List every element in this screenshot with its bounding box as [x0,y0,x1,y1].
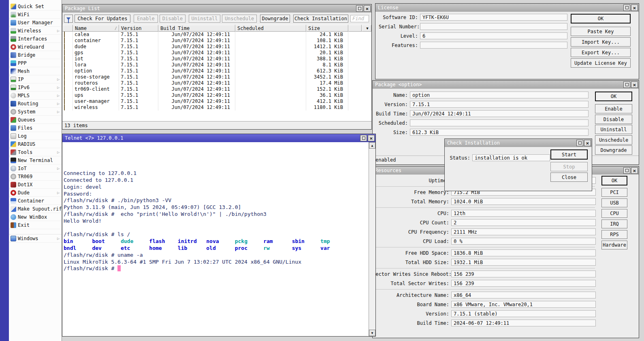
sidebar-item-log[interactable]: Log [9,132,62,140]
maximize-button[interactable] [623,167,630,174]
terminal-scrollbar[interactable]: ▲ ▼ [369,142,375,336]
scheduled-field[interactable] [410,119,589,126]
total-sector-writes-field[interactable]: 156 239 [451,280,596,287]
total-memory-field[interactable]: 1024.0 MiB [451,198,596,205]
import-key-button[interactable]: Import Key... [571,37,631,47]
sidebar-item-container[interactable]: Container [9,197,62,205]
close-button[interactable]: × [584,140,591,146]
sidebar-item-user-manager[interactable]: User Manager [9,19,62,27]
close-button[interactable]: × [368,135,375,141]
ok-button[interactable]: OK [595,92,632,101]
close-action-button[interactable]: Close [550,173,588,182]
ok-button[interactable]: OK [571,14,631,23]
find-input[interactable] [350,15,369,22]
enable-button[interactable]: Enable [134,15,158,23]
column-icon[interactable] [62,25,73,32]
sidebar-item-queues[interactable]: Queues [9,116,62,124]
table-row[interactable]: tr069-client7.15.1Jun/07/2024 12:49:1115… [62,86,371,92]
check-installation-button[interactable]: Check Installation [293,15,348,23]
package-option-titlebar[interactable]: Package <option> × [373,81,639,89]
downgrade-button[interactable]: Downgrade [260,15,290,23]
table-row[interactable]: iot7.15.1Jun/07/2024 12:49:11388.1 KiB [62,56,371,62]
column-scheduled[interactable]: Scheduled [235,25,306,32]
table-row[interactable]: lora7.15.1Jun/07/2024 12:49:118.1 KiB [62,62,371,68]
sidebar-item-interfaces[interactable]: Interfaces [9,35,62,43]
size-field[interactable]: 612.3 KiB [410,129,589,136]
telnet-titlebar[interactable]: Telnet <7> 127.0.0.1 × [62,134,375,142]
table-row[interactable]: dude7.15.1Jun/07/2024 12:49:111412.1 KiB [62,44,371,50]
start-button[interactable]: Start [550,149,588,160]
architecture-name-field[interactable]: x86_64 [451,292,596,298]
ok-button[interactable]: OK [601,176,627,185]
sidebar-item-mpls[interactable]: MPLS▷ [9,92,62,100]
status-field[interactable]: installation is ok [472,154,550,161]
sidebar-item-system[interactable]: System▷ [9,108,62,116]
license-titlebar[interactable]: License × [375,4,639,12]
disable-button[interactable]: Disable [160,15,186,23]
sidebar-item-ppp[interactable]: PPP [9,59,62,67]
column-name[interactable]: Name∕ [73,25,119,32]
features-field[interactable] [420,42,567,49]
ros-version-field[interactable]: 7.15.1 (stable) [451,310,596,317]
sidebar-item-exit[interactable]: Exit [9,221,62,229]
software-id-field[interactable]: YFTK-EK6U [420,14,567,21]
build-time-field[interactable]: Jun/07/2024 12:49:11 [410,110,589,117]
package-list-titlebar[interactable]: Package List × [62,4,371,13]
maximize-button[interactable] [623,4,630,11]
uninstall-button[interactable]: Uninstall [189,15,220,23]
disable-button[interactable]: Disable [595,115,632,124]
free-hdd-space-field[interactable]: 1836.8 MiB [451,249,596,256]
column-build-time[interactable]: Build Time [158,25,235,32]
board-name-field[interactable]: x86 VMware, Inc. VMware20,1 [451,301,596,308]
downgrade-button[interactable]: Downgrade [595,145,632,155]
filter-button[interactable] [64,15,73,23]
version-field[interactable]: 7.15.1 [410,101,589,108]
uninstall-button[interactable]: Uninstall [595,125,632,134]
paste-key-button[interactable]: Paste Key [571,27,631,36]
sidebar-item-bridge[interactable]: Bridge [9,51,62,59]
column-select-button[interactable]: ▼ [362,25,371,32]
update-license-key-button[interactable]: Update License Key [571,58,631,68]
level-field[interactable]: 6 [420,32,567,39]
check-installation-titlebar[interactable]: Check Installation × [445,139,592,147]
sidebar-item-ip[interactable]: IP▷ [9,75,62,83]
sidebar-item-routing[interactable]: Routing▷ [9,100,62,108]
table-row[interactable]: gps7.15.1Jun/07/2024 12:49:1120.1 KiB [62,50,371,56]
close-button[interactable]: × [631,167,638,174]
cpu-frequency-field[interactable]: 2111 MHz [451,228,596,235]
table-row[interactable]: calea7.15.1Jun/07/2024 12:49:1124.1 KiB [62,32,371,38]
stop-button[interactable]: Stop [550,162,588,171]
rps-button[interactable]: RPS [601,230,627,239]
cpu-count-field[interactable]: 2 [451,219,596,226]
sidebar-item-iot[interactable]: IoT▷ [9,164,62,173]
table-row[interactable]: wireless7.15.1Jun/07/2024 12:49:111180.1… [62,104,371,111]
close-button[interactable]: × [631,4,638,11]
maximize-button[interactable] [356,5,363,12]
pci-button[interactable]: PCI [601,188,627,197]
table-row[interactable]: routeros7.15.1Jun/07/2024 12:49:1117.4 M… [62,80,371,86]
sidebar-item-quick-set[interactable]: Quick Set [9,2,62,11]
sidebar-item-tr069[interactable]: TR069 [9,173,62,181]
sidebar-item-wireguard[interactable]: WireGuard [9,43,62,51]
sidebar-item-dot1x[interactable]: Dot1X [9,181,62,189]
sidebar-item-ipv6[interactable]: IPv6▷ [9,83,62,92]
sector-writes-since-reboot-field[interactable]: 156 239 [451,271,596,277]
maximize-button[interactable] [576,140,583,146]
serial-number-field[interactable] [420,23,567,30]
sidebar-item-windows[interactable]: Windows▷ [9,234,62,243]
cpu-field[interactable]: 12th [451,210,596,217]
table-row[interactable]: option7.15.1Jun/07/2024 12:49:11612.3 Ki… [62,68,371,74]
irq-button[interactable]: IRQ [601,220,627,228]
sidebar-item-wifi[interactable]: WiFi [9,11,62,19]
sidebar-item-wireless[interactable]: Wireless▷ [9,27,62,35]
name-field[interactable]: option [410,92,589,98]
maximize-button[interactable] [360,135,367,141]
maximize-button[interactable] [623,81,630,88]
close-button[interactable]: × [631,81,638,88]
enable-button[interactable]: Enable [595,104,632,113]
hardware-button[interactable]: Hardware [601,241,627,249]
unschedule-button[interactable]: Unschedule [222,15,257,23]
scroll-down-icon[interactable]: ▼ [369,330,375,336]
cpu-button[interactable]: CPU [601,209,627,218]
table-row[interactable]: user-manager7.15.1Jun/07/2024 12:49:1141… [62,98,371,104]
